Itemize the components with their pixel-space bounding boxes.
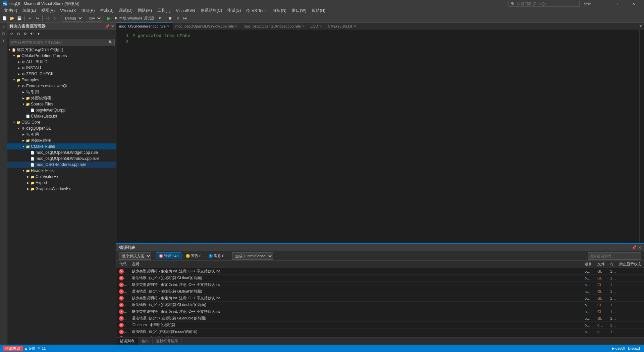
tb-pause[interactable]: ⏸	[174, 15, 181, 21]
tree-item[interactable]: ⚙osgQOpenGL	[7, 125, 116, 131]
status-osgqt[interactable]: ▶ osgQt	[610, 346, 627, 351]
error-table-container[interactable]: 代码说明项目文件行禁止显示状态 ✕ C4430缺少类型说明符 - 假定为 int…	[116, 261, 644, 337]
platform-select[interactable]: x64	[86, 15, 102, 21]
table-row[interactable]: ✕ C2146语法错误: 缺少';'(在标识符'mode'的前面)osgQOpe…	[116, 328, 644, 335]
table-row[interactable]: ✕ C4430缺少类型说明符 - 假定为 int. 注意: C++ 不支持默认 …	[116, 281, 644, 288]
tb-undo[interactable]: ↩	[26, 15, 33, 21]
menu-item-调试D[interactable]: 调试(D)	[116, 7, 135, 14]
tree-item[interactable]: 📄moc_osgQOpenGLWindow.cpp.rule	[7, 156, 116, 162]
menu-item-体系结构C[interactable]: 体系结构(C)	[198, 7, 225, 14]
run-button[interactable]: ▶	[106, 15, 112, 21]
error-column-header[interactable]: 项目	[582, 261, 595, 268]
tree-item[interactable]: 📁Examples	[7, 77, 116, 83]
table-row[interactable]: ✕ C2146语法错误: 缺少';'>(在标识符'GLfloat'的前面)osg…	[116, 275, 644, 281]
menu-item-工具T[interactable]: 工具(T)	[155, 7, 173, 14]
error-column-header[interactable]: 说明	[129, 261, 582, 268]
tab[interactable]: moc_osgQOpenGLWindow.cpp.rule✕	[173, 23, 241, 30]
maximize-button[interactable]: □	[610, 0, 626, 7]
error-search-input[interactable]	[588, 252, 641, 260]
menu-item-编辑E[interactable]: 编辑(E)	[20, 7, 39, 14]
panel-tab[interactable]: 查找符号结果	[153, 338, 182, 345]
menu-item-窗口W[interactable]: 窗口(W)	[289, 7, 309, 14]
sol-sync[interactable]: ⟳	[9, 31, 15, 37]
table-row[interactable]: ✕ C2146语法错误: 缺少';'>(在标识符'GLdouble'的前面)os…	[116, 302, 644, 308]
tab-close-button[interactable]: ✕	[235, 25, 238, 28]
tree-item[interactable]: 📄moc_OSGRenderer.cpp.rule	[7, 162, 116, 168]
run-label[interactable]: ▶ 本地 Windows 调试器	[113, 16, 156, 21]
menu-item-Qt VS Tools[interactable]: Qt VS Tools	[244, 7, 270, 14]
tree-item[interactable]: 📁CMake Rules	[7, 143, 116, 149]
tree-item[interactable]: 📎引用	[7, 89, 116, 95]
table-row[interactable]: ✕ C4430缺少类型说明符 - 假定为 int. 注意: C++ 不支持默认 …	[116, 308, 644, 315]
tree-item[interactable]: ⚙ALL_BUILD	[7, 59, 116, 65]
tab-close-button[interactable]: ✕	[167, 25, 170, 28]
menu-item-VisualSVN[interactable]: VisualSVN	[173, 7, 198, 14]
sol-collapse[interactable]: ⊟	[15, 31, 21, 37]
solution-search-input[interactable]	[9, 40, 107, 44]
tab[interactable]: moc_OSGRenderer.cpp.rule✕	[116, 23, 173, 30]
tb-stop[interactable]: ⏹	[167, 15, 174, 21]
tab[interactable]: LOD✕	[308, 23, 325, 30]
tb-forward[interactable]: ▷	[52, 15, 58, 21]
menu-item-帮助H[interactable]: 帮助(H)	[309, 7, 328, 14]
menu-item-团队M[interactable]: 团队(M)	[135, 7, 155, 14]
tree-item[interactable]: 📁CMakePredefinedTargets	[7, 53, 116, 59]
editor-content[interactable]: 12 # generated from CMake	[116, 30, 644, 243]
panel-tab[interactable]: 错误列表	[116, 338, 138, 345]
status-discuz[interactable]: Discuz!	[627, 346, 641, 351]
tb-open[interactable]: 📂	[9, 15, 15, 21]
tree-item[interactable]: 📄CMakeLists.txt	[7, 113, 116, 119]
tb-step[interactable]: ⏭	[182, 15, 189, 21]
tree-item[interactable]: 📎引用	[7, 131, 116, 137]
tree-item[interactable]: 📋解决方案'osgQt'(6 个项目)	[7, 47, 116, 53]
tree-item[interactable]: 📁CullVisitorEx	[7, 174, 116, 180]
tab-close-button[interactable]: ✕	[354, 25, 356, 28]
code-area[interactable]: # generated from CMake	[130, 30, 639, 243]
tree-item[interactable]: 📁Source Files	[7, 101, 116, 107]
menu-item-文件F[interactable]: 文件(F)	[1, 7, 20, 14]
ep-close[interactable]: ✕	[638, 245, 641, 250]
error-column-header[interactable]: 行	[607, 261, 616, 268]
tree-item[interactable]: 📁外部依赖项	[7, 95, 116, 101]
build-select[interactable]: 生成 + IntelliSense	[232, 252, 273, 260]
error-column-header[interactable]: 文件	[595, 261, 607, 268]
sol-preview[interactable]: 👁	[29, 31, 35, 37]
tree-item[interactable]: 📁OSG Core	[7, 119, 116, 125]
error-column-header[interactable]: 代码	[116, 261, 129, 268]
panel-close[interactable]: ✕	[111, 24, 114, 29]
tree-item[interactable]: 📁GraphicsWindowEx	[7, 186, 116, 192]
sol-prop[interactable]: ⚙	[22, 31, 28, 37]
minimize-button[interactable]: ─	[595, 0, 610, 7]
menu-item-视图V[interactable]: 视图(V)	[39, 7, 57, 14]
status-errors[interactable]: ▲ 540	[23, 346, 36, 351]
tb-new[interactable]: 📄	[1, 15, 8, 21]
tb-redo[interactable]: ↪	[34, 15, 41, 21]
menu-item-测试S[interactable]: 测试(S)	[225, 7, 244, 14]
scope-select[interactable]: 整个解决方案	[119, 252, 151, 260]
editor-scrollbar[interactable]	[639, 30, 644, 243]
table-row[interactable]: ✕ C2146语法错误: 缺少';'>(在标识符'GLfloat'的前面)osg…	[116, 288, 644, 295]
sol-filter[interactable]: ▼	[36, 31, 42, 37]
tab[interactable]: CMakeLists.txt✕	[325, 23, 359, 30]
menu-item-分析N[interactable]: 分析(N)	[270, 7, 289, 14]
ep-pin[interactable]: 📌	[632, 245, 637, 250]
quick-launch-input[interactable]	[517, 2, 577, 6]
tree-item[interactable]: 📁外部依赖项	[7, 137, 116, 143]
table-row[interactable]: ✕ C4430缺少类型说明符 - 假定为 int. 注意: C++ 不支持默认 …	[116, 268, 644, 275]
tb-back[interactable]: ◁	[44, 15, 51, 21]
strip-team[interactable]: T	[0, 37, 7, 45]
tree-item[interactable]: 📄moc_osgQOpenGLWidget.cpp.rule	[7, 149, 116, 156]
strip-solution[interactable]: S	[0, 23, 7, 30]
login-button[interactable]: 登录	[582, 1, 592, 6]
tab-close-button[interactable]: ✕	[302, 25, 305, 28]
tab[interactable]: moc_osgQOpenGLWidget.cpp.rule✕	[241, 23, 308, 30]
menu-item-生成B[interactable]: 生成(B)	[97, 7, 116, 14]
error-count-btn[interactable]: ✕ 错误 540	[156, 252, 181, 259]
tree-item[interactable]: 📁Export	[7, 180, 116, 186]
error-column-header[interactable]: 禁止显示状态	[616, 261, 644, 268]
status-warnings[interactable]: ✎ 11	[36, 346, 47, 351]
config-select[interactable]: Debug	[62, 15, 83, 21]
table-row[interactable]: ✕ C2146语法错误: 缺少';'>(在标识符'GLdouble'的前面)os…	[116, 315, 644, 322]
panel-tab[interactable]: 输出	[138, 338, 153, 345]
tree-item[interactable]: ⚙INSTALL	[7, 65, 116, 71]
